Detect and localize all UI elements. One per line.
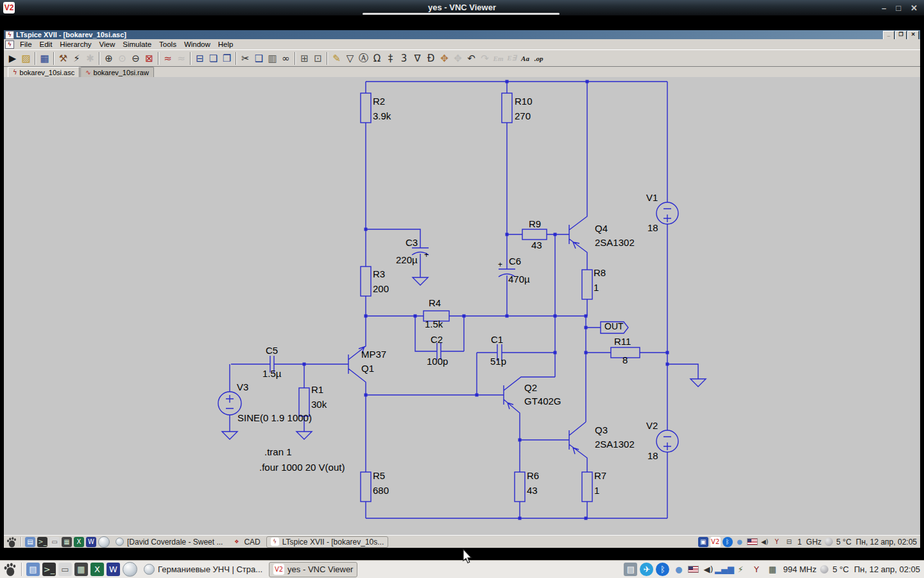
file-manager-icon[interactable]: ▤ (26, 563, 40, 576)
menu-window[interactable]: Window (180, 39, 214, 49)
cpu-chip-icon[interactable]: ▦ (766, 563, 779, 576)
clock[interactable]: Пн, 12 апр, 02:05 (856, 538, 917, 547)
ltspice-icon[interactable]: ϟ (271, 538, 279, 546)
bluetooth-icon[interactable]: ᛒ (656, 563, 669, 576)
browser-icon[interactable] (98, 536, 110, 548)
menu-simulate[interactable]: Simulate (119, 39, 155, 49)
component-icon[interactable]: Ð (424, 51, 438, 66)
session-save-icon[interactable]: ▣ (698, 537, 708, 547)
print-preview-icon[interactable]: ⊡ (311, 51, 325, 66)
clock[interactable]: Пн, 12 апр, 02:05 (854, 565, 920, 574)
copy-icon[interactable]: ❑ (252, 51, 266, 66)
move-icon[interactable]: ✥ (438, 51, 451, 66)
menu-view[interactable]: View (96, 39, 119, 49)
menu-tools[interactable]: Tools (155, 39, 180, 49)
task-cad[interactable]: ❖CAD (228, 537, 264, 547)
zoom-in-icon[interactable]: ⊕ (102, 51, 116, 66)
volume-icon[interactable]: ◀) (760, 537, 770, 547)
calculator-icon[interactable]: ▦ (62, 537, 72, 547)
plot-settings-icon[interactable]: ≈ (161, 51, 175, 66)
menu-hierarchy[interactable]: Hierarchy (56, 39, 95, 49)
vnc-tray-icon[interactable]: V2 (710, 537, 721, 547)
open-icon[interactable]: ▨ (19, 51, 33, 66)
cascade-windows-icon[interactable]: ❏ (207, 51, 220, 66)
save-icon[interactable]: ▦ (38, 51, 51, 66)
drive-icon[interactable]: ▭ (58, 563, 72, 576)
gnome-menu-icon[interactable] (6, 536, 17, 548)
word-icon[interactable]: W (86, 537, 96, 547)
window-minimize-button[interactable]: _ (883, 31, 894, 40)
terminal-icon[interactable]: >_ (37, 537, 47, 547)
menu-file[interactable]: File (16, 39, 36, 49)
zoom-full-extents-icon[interactable]: ⊠ (142, 51, 156, 66)
undo-icon[interactable]: ↶ (465, 51, 478, 66)
vnc-icon[interactable]: V2 (273, 564, 284, 575)
tab-bokarev_10si.raw[interactable]: ∿bokarev_10si.raw (80, 67, 154, 77)
wire-icon[interactable]: ✎ (330, 51, 343, 66)
drive-icon[interactable]: ▭ (49, 537, 60, 547)
weather-icon[interactable] (820, 565, 828, 574)
mouse-cursor (461, 548, 473, 565)
ltspice-titlebar[interactable]: ϟ LTspice XVII - [bokarev_10si.asc] _❐✕ (4, 30, 920, 39)
find-icon[interactable]: ∞ (279, 51, 293, 66)
word-icon[interactable]: W (107, 563, 120, 576)
task-label: yes - VNC Viewer (287, 565, 353, 574)
water-drop-icon[interactable]: ● (672, 563, 685, 576)
gnome-menu-icon[interactable] (3, 562, 17, 577)
battery-icon[interactable]: ⊟ (784, 537, 794, 547)
keyboard-layout-us-icon[interactable] (688, 566, 699, 573)
excel-icon[interactable]: X (90, 563, 104, 576)
keyboard-layout-us-icon[interactable] (747, 538, 758, 545)
ground-icon[interactable]: ▽ (343, 51, 357, 66)
wine-icon[interactable]: Y (772, 537, 782, 547)
net-label-icon[interactable]: Ⓐ (357, 51, 370, 66)
battery-charging-icon[interactable]: ⚡ (733, 563, 747, 576)
task-music-player[interactable]: [David Coverdale - Sweet ... (112, 537, 227, 547)
print-icon[interactable]: ⊞ (298, 51, 311, 66)
inductor-icon[interactable]: 3 (397, 51, 411, 66)
task-ltspice[interactable]: ϟLTspice XVII - [bokarev_10s... (266, 536, 389, 548)
vnc-close-button[interactable]: ✕ (911, 3, 918, 13)
resistor-icon[interactable]: Ω (370, 51, 384, 66)
cad-icon[interactable]: ❖ (232, 538, 241, 546)
menu-edit[interactable]: Edit (36, 39, 56, 49)
diode-icon[interactable]: ∇ (411, 51, 424, 66)
calculator-icon[interactable]: ▦ (74, 563, 88, 576)
control-panel-icon[interactable]: ⚒ (56, 51, 70, 66)
volume-icon[interactable]: ◀) (701, 563, 715, 576)
weather-icon[interactable] (825, 538, 833, 546)
vnc-minimize-button[interactable]: – (882, 3, 886, 13)
file-manager-icon[interactable]: ▤ (25, 537, 35, 547)
menu-help[interactable]: Help (214, 39, 237, 49)
excel-icon[interactable]: X (74, 537, 84, 547)
vnc-maximize-button[interactable]: □ (896, 3, 901, 13)
vnc-toolbar-grip[interactable] (363, 13, 560, 15)
telegram-icon[interactable]: ✈ (640, 563, 653, 576)
schematic-label: 43 (527, 486, 538, 496)
task-browser[interactable]: Германиевые УНЧ | Стра... (140, 563, 266, 577)
signal-bars-icon[interactable]: ▂▄▆ (717, 563, 731, 576)
browser-icon[interactable] (123, 562, 137, 577)
window-close-button[interactable]: ✕ (907, 31, 919, 40)
spice-directive-icon[interactable]: .op (532, 51, 545, 66)
terminal-icon[interactable]: >_ (42, 563, 56, 576)
text-icon[interactable]: Aa (518, 51, 532, 66)
water-drop-icon[interactable]: ● (735, 537, 745, 547)
wine-icon[interactable]: Y (749, 563, 763, 576)
zoom-out-icon[interactable]: ⊖ (129, 51, 142, 66)
file-sync-icon[interactable]: ▤ (624, 563, 637, 576)
tile-windows-icon[interactable]: ⊟ (193, 51, 207, 66)
globe-icon[interactable] (116, 538, 124, 546)
bluetooth-icon[interactable]: ᛒ (723, 537, 733, 547)
schematic-canvas[interactable]: R23.9kR10270V118R943Q42SA1302C3220µ+C647… (4, 77, 920, 535)
new-schematic-icon[interactable]: ▶ (6, 51, 19, 66)
globe-icon[interactable] (144, 564, 155, 575)
tab-bokarev_10si.asc[interactable]: ϟbokarev_10si.asc (8, 67, 80, 77)
capacitor-icon[interactable]: ‡ (384, 51, 397, 66)
task-vnc-viewer[interactable]: V2yes - VNC Viewer (269, 562, 357, 577)
arrange-icons-icon[interactable]: ❐ (220, 51, 234, 66)
paste-icon[interactable]: ▥ (266, 51, 279, 66)
window-restore-button[interactable]: ❐ (895, 31, 907, 40)
cut-icon[interactable]: ✂ (239, 51, 252, 66)
run-icon[interactable]: ⚡ (70, 51, 83, 66)
